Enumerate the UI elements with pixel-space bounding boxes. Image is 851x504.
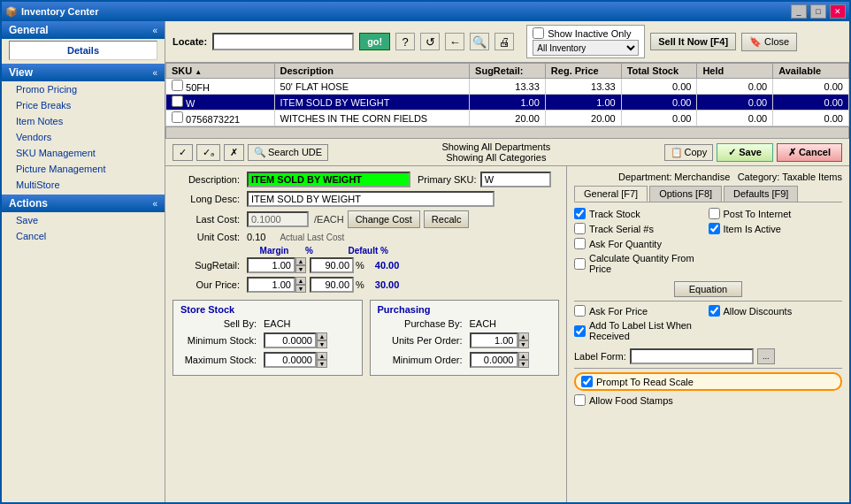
checkmark-button[interactable]: ✓	[172, 144, 193, 161]
sidebar-item-price-breaks[interactable]: Price Breaks	[2, 97, 165, 113]
sug-retail-down[interactable]: ▼	[295, 265, 306, 273]
prompt-scale-checkbox[interactable]	[581, 376, 593, 387]
table-row[interactable]: 50FH 50' FLAT HOSE 13.33 13.33 0.00 0.00…	[166, 79, 849, 95]
sug-retail-input[interactable]	[247, 257, 295, 273]
refresh-button[interactable]: ↺	[420, 33, 440, 50]
sidebar-item-vendors[interactable]: Vendors	[2, 129, 165, 145]
tab-options[interactable]: Options [F8]	[649, 186, 722, 202]
col-header-sug[interactable]: SugRetail:	[470, 64, 546, 79]
min-stock-input[interactable]	[264, 332, 317, 348]
max-stock-up[interactable]: ▲	[317, 352, 327, 360]
min-order-up[interactable]: ▲	[518, 352, 529, 360]
primary-sku-input[interactable]	[480, 172, 551, 187]
save-button[interactable]: ✓ Save	[717, 143, 773, 162]
min-stock-down[interactable]: ▼	[317, 340, 327, 348]
col-header-total[interactable]: Total Stock	[621, 64, 697, 79]
search-ude-button[interactable]: 🔍 Search UDE	[248, 144, 328, 161]
row-checkbox[interactable]	[172, 80, 183, 91]
sug-retail-up[interactable]: ▲	[295, 257, 306, 265]
sidebar-view-header[interactable]: View «	[2, 64, 165, 81]
sidebar-item-cancel[interactable]: Cancel	[2, 228, 165, 244]
ask-quantity-checkbox[interactable]	[574, 238, 586, 249]
col-header-desc[interactable]: Description	[274, 64, 470, 79]
sug-margin-input[interactable]	[310, 257, 354, 273]
min-stock-up[interactable]: ▲	[317, 332, 327, 340]
sidebar-item-multistore[interactable]: MultiStore	[2, 177, 165, 193]
sidebar-general-header[interactable]: General «	[2, 21, 165, 39]
print-button[interactable]: 🖨	[494, 33, 514, 50]
sidebar-item-save[interactable]: Save	[2, 212, 165, 228]
checkmark-a-button[interactable]: ✓ₐ	[196, 144, 220, 161]
copy-button[interactable]: 📋 Copy	[664, 144, 714, 161]
units-per-order-input[interactable]	[470, 332, 518, 348]
sidebar-actions-header[interactable]: Actions «	[2, 195, 165, 212]
calc-qty-checkbox[interactable]	[574, 258, 586, 270]
recalc-button[interactable]: Recalc	[424, 210, 470, 228]
col-header-reg[interactable]: Reg. Price	[545, 64, 621, 79]
add-to-label-checkbox[interactable]	[574, 325, 586, 337]
sidebar-item-promo-pricing[interactable]: Promo Pricing	[2, 81, 165, 97]
inventory-grid[interactable]: SKU ▲ Description SugRetail: Reg. Price …	[165, 63, 849, 126]
minimize-button[interactable]: _	[791, 4, 807, 19]
description-input[interactable]	[247, 172, 410, 187]
locate-input[interactable]	[212, 33, 354, 50]
search-button[interactable]: 🔍	[470, 33, 489, 50]
long-desc-input[interactable]	[247, 191, 494, 207]
show-inactive-checkbox[interactable]	[533, 27, 544, 39]
inventory-dropdown[interactable]: All Inventory	[533, 40, 639, 56]
our-price-up[interactable]: ▲	[295, 277, 306, 285]
divider-2	[574, 368, 842, 369]
our-price-input[interactable]	[247, 277, 295, 293]
max-stock-down[interactable]: ▼	[317, 360, 327, 368]
track-serial-checkbox[interactable]	[574, 223, 586, 234]
allow-discounts-checkbox[interactable]	[709, 305, 720, 317]
col-header-avail[interactable]: Available	[773, 64, 849, 79]
help-button[interactable]: ?	[395, 33, 415, 50]
item-active-checkbox[interactable]	[709, 223, 720, 234]
col-header-sku[interactable]: SKU ▲	[166, 64, 275, 79]
units-per-order-down[interactable]: ▼	[518, 340, 529, 348]
sidebar-item-sku-management[interactable]: SKU Management	[2, 145, 165, 161]
table-row[interactable]: W ITEM SOLD BY WEIGHT 1.00 1.00 0.00 0.0…	[166, 95, 849, 111]
sidebar-item-item-notes[interactable]: Item Notes	[2, 113, 165, 129]
our-margin-input[interactable]	[310, 277, 354, 293]
back-button[interactable]: ←	[445, 33, 464, 50]
sidebar-details-item[interactable]: Details	[9, 41, 157, 60]
dept-category-info: Department: Merchandise Category: Taxabl…	[574, 172, 842, 182]
post-internet-checkbox[interactable]	[709, 208, 720, 219]
tab-defaults[interactable]: Defaults [F9]	[724, 186, 798, 202]
avail-cell: 0.00	[773, 79, 849, 95]
min-order-spinner: ▲ ▼	[518, 352, 529, 368]
min-order-input[interactable]	[470, 352, 518, 368]
equation-button[interactable]: Equation	[674, 281, 742, 297]
track-stock-checkbox[interactable]	[574, 208, 586, 219]
maximize-button[interactable]: □	[810, 4, 826, 19]
min-order-down[interactable]: ▼	[518, 360, 529, 368]
last-cost-input[interactable]	[247, 211, 309, 227]
sidebar-item-picture-management[interactable]: Picture Management	[2, 161, 165, 177]
go-button[interactable]: go!	[359, 33, 390, 50]
units-per-order-up[interactable]: ▲	[518, 332, 529, 340]
table-row[interactable]: 0756873221 WITCHES IN THE CORN FIELDS 20…	[166, 111, 849, 126]
tab-general[interactable]: General [F7]	[574, 186, 648, 202]
browse-button[interactable]: ...	[757, 348, 775, 364]
ask-price-checkbox[interactable]	[574, 305, 586, 317]
showing-info: Showing All Departments Showing All Cate…	[332, 141, 660, 163]
row-checkbox[interactable]	[172, 95, 183, 107]
dept-value: Merchandise	[674, 172, 730, 182]
label-form-input[interactable]	[630, 348, 754, 364]
change-cost-button[interactable]: Change Cost	[348, 210, 420, 228]
allow-food-stamps-checkbox[interactable]	[574, 394, 586, 406]
cancel-button[interactable]: ✗ Cancel	[777, 143, 842, 162]
sell-now-button[interactable]: Sell It Now [F4]	[650, 33, 736, 50]
sug-retail-spin: ▲ ▼	[247, 257, 306, 273]
max-stock-input[interactable]	[264, 352, 317, 368]
col-header-held[interactable]: Held	[697, 64, 773, 79]
close-window-button[interactable]: ✕	[830, 4, 846, 19]
delete-button[interactable]: ✗	[224, 144, 244, 161]
allow-discounts-row: Allow Discounts	[709, 305, 843, 317]
row-checkbox[interactable]	[172, 111, 183, 123]
horizontal-scrollbar[interactable]	[165, 126, 849, 139]
close-button[interactable]: 🔖 Close	[741, 33, 797, 51]
our-price-down[interactable]: ▼	[295, 285, 306, 293]
